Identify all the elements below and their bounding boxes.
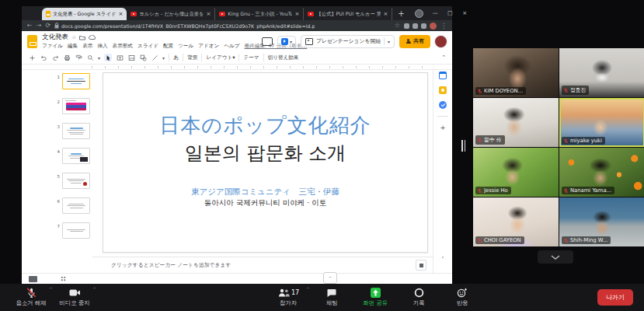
background-button[interactable]: 背景: [187, 54, 197, 61]
add-addon-icon[interactable]: +: [440, 124, 446, 131]
menu-addons[interactable]: アドオン: [198, 43, 219, 50]
slide-thumbnail-4[interactable]: 4: [54, 148, 90, 164]
insert-line-icon[interactable]: [151, 54, 158, 61]
reactions-button[interactable]: 반응: [440, 284, 484, 311]
tab-youtube-2[interactable]: King Gnu - 三文小説 - YouTube ×: [215, 8, 304, 20]
video-tile-kim-doyeon[interactable]: KIM DOYEON...: [473, 48, 559, 97]
text-box-icon[interactable]: [116, 54, 124, 61]
video-tile-miyake-yuki[interactable]: miyake yuki: [559, 98, 644, 147]
chat-button[interactable]: 채팅: [310, 284, 353, 311]
slide-thumbnail-5[interactable]: 5: [54, 173, 90, 189]
collapse-caret-button[interactable]: ^: [323, 272, 337, 284]
menu-help[interactable]: ヘルプ: [224, 43, 239, 50]
speaker-notes[interactable]: クリックするとスピーカー ノートを追加できます: [92, 257, 433, 273]
collapse-panel-icon[interactable]: ›: [442, 254, 444, 260]
video-tile-shih-ming[interactable]: Shih-Ming W...: [559, 197, 644, 246]
menu-tools[interactable]: ツール: [178, 43, 193, 50]
menu-view[interactable]: 表示: [82, 43, 92, 50]
current-slide[interactable]: 日本のポップ文化紹介 일본의 팝문화 소개 東アジア国際コミュニティ 三宅・伊藤…: [103, 72, 428, 253]
video-tile-hatanaka[interactable]: 畠中 伶: [473, 98, 559, 147]
notes-options-button[interactable]: [416, 260, 426, 271]
address-bar[interactable]: docs.google.com/presentation/d/1T4fHVX_B…: [54, 23, 391, 29]
browser-profile-icon[interactable]: [415, 9, 423, 18]
calendar-icon[interactable]: [439, 72, 447, 79]
close-button[interactable]: ×: [458, 10, 472, 16]
slideshow-icon[interactable]: [262, 37, 273, 46]
keep-icon[interactable]: [439, 86, 447, 94]
video-tile-choi-gayeon[interactable]: CHOI GAYEON: [473, 197, 559, 246]
slide-thumbnail-3[interactable]: 3: [54, 123, 90, 139]
star-doc-icon[interactable]: ☆: [71, 34, 76, 40]
minimize-button[interactable]: —: [428, 10, 443, 16]
video-options-chevron[interactable]: ^: [92, 286, 96, 292]
video-tile-jessie-ho[interactable]: Jessie Ho: [473, 148, 559, 197]
move-folder-icon[interactable]: [79, 35, 85, 40]
maximize-button[interactable]: □: [443, 10, 458, 16]
zoom-icon[interactable]: [86, 54, 94, 61]
tab-youtube-1[interactable]: ヨルシカ - だから僕は音楽を辞めた... ×: [127, 8, 215, 20]
stop-video-button[interactable]: ^ 비디오 중지: [53, 284, 96, 311]
share-button[interactable]: 共有: [399, 35, 430, 48]
new-tab-button[interactable]: +: [392, 8, 409, 20]
tab-slides[interactable]: 文化発表 - Google スライド ×: [42, 8, 127, 20]
tab-close-icon[interactable]: ×: [118, 11, 123, 17]
menu-arrange[interactable]: 配置: [163, 43, 173, 50]
slide-title-japanese[interactable]: 日本のポップ文化紹介: [159, 112, 371, 139]
insert-image-icon[interactable]: [127, 54, 135, 61]
transition-button[interactable]: 切り替え効果: [268, 54, 299, 61]
document-title[interactable]: 文化発表: [42, 33, 68, 42]
menu-file[interactable]: ファイル: [42, 43, 63, 50]
slide-canvas[interactable]: 日本のポップ文化紹介 일본의 팝문화 소개 東アジア国際コミュニティ 三宅・伊藤…: [92, 70, 433, 257]
participants-button[interactable]: ^ 17 참가자: [266, 284, 310, 311]
leave-meeting-button[interactable]: 나가기: [597, 289, 633, 306]
paint-format-icon[interactable]: [75, 54, 82, 61]
extension-icon[interactable]: [404, 23, 409, 29]
back-icon[interactable]: ←: [27, 20, 33, 31]
profile-avatar[interactable]: [430, 23, 437, 30]
new-slide-icon[interactable]: [28, 54, 36, 61]
bookmark-star-icon[interactable]: ☆: [395, 20, 400, 31]
present-to-meeting-button[interactable]: ▾: [277, 36, 296, 47]
input-tools-icon[interactable]: あ: [173, 54, 179, 61]
layout-button[interactable]: レイアウト▾: [206, 54, 235, 61]
filmstrip-view-icon[interactable]: [29, 276, 37, 282]
gallery-next-page-button[interactable]: [538, 250, 573, 264]
select-cursor-icon[interactable]: [104, 54, 112, 61]
unmute-button[interactable]: ^ 음소거 해제: [9, 284, 53, 311]
slide-thumbnail-7[interactable]: 7: [54, 222, 90, 239]
menu-edit[interactable]: 編集: [68, 43, 78, 50]
insert-shape-icon[interactable]: [139, 54, 147, 61]
undo-icon[interactable]: [40, 54, 47, 61]
extension-icon[interactable]: [421, 23, 426, 29]
account-avatar[interactable]: [435, 36, 447, 47]
record-button[interactable]: 기록: [397, 284, 440, 311]
browser-menu-icon[interactable]: ⋮: [440, 23, 447, 30]
menu-format[interactable]: 表示形式: [113, 43, 133, 50]
slide-thumbnail-1[interactable]: 1: [54, 73, 90, 89]
tab-close-icon[interactable]: ×: [294, 11, 299, 17]
extension-icon[interactable]: [413, 23, 418, 29]
redo-icon[interactable]: [51, 54, 59, 61]
cloud-status-icon[interactable]: [89, 35, 96, 40]
share-screen-button[interactable]: 화면 공유: [353, 284, 397, 311]
slide-byline-korean[interactable]: 동아시아 국제커뮤니티 미야케 · 이토: [204, 198, 327, 208]
slide-thumbnail-2[interactable]: 2: [54, 98, 90, 114]
forward-icon[interactable]: →: [37, 20, 42, 31]
reload-icon[interactable]: ⟳: [45, 20, 50, 31]
tab-youtube-3[interactable]: 【公式】PUI PUI モルカー 第1話... ×: [304, 8, 392, 20]
print-icon[interactable]: [63, 54, 71, 61]
slide-byline-japanese[interactable]: 東アジア国際コミュニティ 三宅・伊藤: [191, 187, 339, 197]
collapse-toolbar-icon[interactable]: ⌃: [441, 54, 446, 61]
video-tile-jeong-hyojin[interactable]: 정효진: [559, 48, 644, 97]
tab-close-icon[interactable]: ×: [383, 11, 388, 17]
google-slides-logo[interactable]: [27, 35, 37, 48]
video-tile-nanami-yama[interactable]: Nanami Yama...: [559, 148, 644, 197]
slide-title-korean[interactable]: 일본의 팝문화 소개: [185, 141, 346, 166]
menu-insert[interactable]: 挿入: [97, 43, 107, 50]
grid-view-icon[interactable]: [61, 276, 67, 282]
menu-slide[interactable]: スライド: [138, 43, 158, 50]
panel-resize-handle[interactable]: [461, 140, 465, 152]
slide-thumbnail-6[interactable]: 6: [54, 197, 90, 214]
tasks-icon[interactable]: [439, 101, 447, 109]
theme-button[interactable]: テーマ: [243, 54, 259, 61]
